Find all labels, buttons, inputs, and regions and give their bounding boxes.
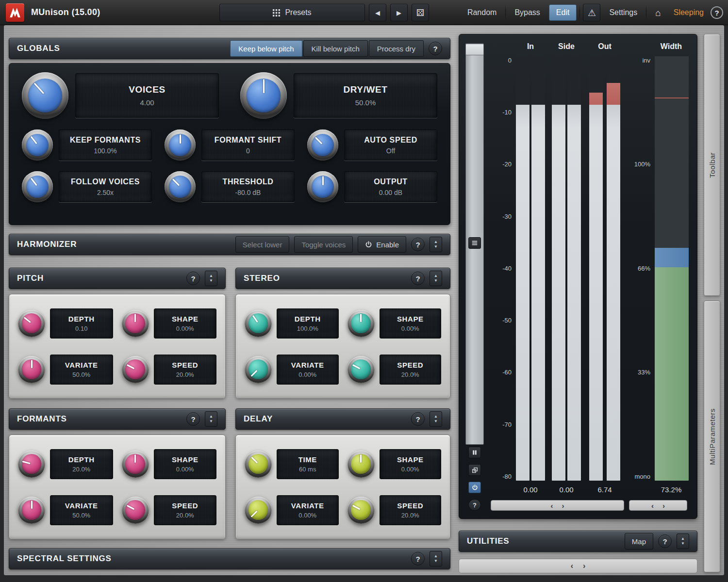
voices-display[interactable]: VOICES 4.00: [75, 73, 219, 118]
stereo-speed-param: SPEED 20.0%: [347, 350, 442, 388]
harmonizer-help-button[interactable]: ?: [411, 238, 425, 251]
kill-below-pitch-button[interactable]: Kill below pitch: [303, 40, 368, 57]
stereo-depth-knob[interactable]: [245, 310, 272, 337]
tab-toolbar[interactable]: Toolbar: [704, 34, 720, 296]
spectral-help-button[interactable]: ?: [411, 552, 425, 566]
delay-shape-display[interactable]: SHAPE 0.00%: [380, 449, 442, 479]
dry-wet-display[interactable]: DRY/WET 50.0%: [294, 73, 437, 118]
follow-voices-display[interactable]: FOLLOW VOICES 2.50x: [59, 171, 152, 202]
stereo-resize-spinner[interactable]: ▲▼: [430, 271, 442, 286]
formants-variate-display[interactable]: VARIATE 50.0%: [50, 495, 113, 525]
follow-voices-knob[interactable]: [22, 171, 53, 202]
bypass-button[interactable]: Bypass: [509, 4, 546, 21]
auto-speed-display[interactable]: AUTO SPEED Off: [344, 129, 437, 161]
pitch-shape-knob[interactable]: [122, 310, 149, 337]
home-button[interactable]: ⌂: [649, 4, 666, 21]
dry-wet-knob[interactable]: [240, 72, 287, 119]
pitch-depth-knob[interactable]: [18, 310, 45, 337]
formants-help-button[interactable]: ?: [186, 412, 200, 426]
formant-shift-display[interactable]: FORMANT SHIFT 0: [201, 129, 295, 161]
delay-header[interactable]: DELAY ? ▲▼: [235, 408, 450, 430]
settings-button[interactable]: Settings: [603, 4, 643, 21]
map-button[interactable]: Map: [625, 533, 653, 550]
width-range-scrollbar[interactable]: ‹ ›: [629, 500, 687, 511]
utilities-help-button[interactable]: ?: [658, 534, 672, 548]
pitch-variate-display[interactable]: VARIATE 50.0%: [50, 355, 113, 385]
stereo-help-button[interactable]: ?: [411, 272, 425, 285]
formants-header[interactable]: FORMANTS ? ▲▼: [9, 408, 226, 430]
pitch-speed-knob[interactable]: [122, 356, 149, 383]
follow-voices-param: FOLLOW VOICES 2.50x: [22, 171, 152, 202]
stereo-depth-display[interactable]: DEPTH 100.0%: [277, 308, 339, 339]
keep-formants-display[interactable]: KEEP FORMANTS 100.0%: [59, 129, 152, 161]
delay-variate-display[interactable]: VARIATE 0.00%: [277, 495, 339, 525]
stereo-speed-knob[interactable]: [347, 356, 375, 383]
output-display[interactable]: OUTPUT 0.00 dB: [344, 171, 437, 202]
pitch-mode-buttons: Keep below pitch Kill below pitch Proces…: [230, 40, 424, 57]
utilities-header[interactable]: UTILITIES Map ? ▲▼: [459, 531, 697, 552]
delay-shape-knob[interactable]: [347, 451, 375, 478]
formants-variate-knob[interactable]: [18, 497, 45, 524]
previous-preset-button[interactable]: ◀: [369, 4, 386, 21]
formant-shift-knob[interactable]: [165, 129, 196, 161]
formants-speed-knob[interactable]: [122, 497, 149, 524]
delay-variate-knob[interactable]: [245, 497, 272, 524]
threshold-display[interactable]: THRESHOLD -80.0 dB: [201, 171, 295, 202]
stereo-shape-display[interactable]: SHAPE 0.00%: [380, 308, 442, 339]
utilities-scrollbar[interactable]: ‹ ›: [459, 559, 697, 573]
pitch-variate-knob[interactable]: [18, 356, 45, 383]
pitch-depth-display[interactable]: DEPTH 0.10: [50, 308, 113, 339]
select-lower-button[interactable]: Select lower: [235, 236, 290, 253]
delay-time-display[interactable]: TIME 60 ms: [277, 449, 339, 479]
delay-speed-display[interactable]: SPEED 20.0%: [380, 495, 442, 525]
pitch-help-button[interactable]: ?: [186, 272, 200, 285]
delay-resize-spinner[interactable]: ▲▼: [430, 411, 442, 427]
stereo-variate-knob[interactable]: [245, 356, 272, 383]
pitch-header[interactable]: PITCH ? ▲▼: [9, 268, 226, 289]
stereo-shape-knob[interactable]: [347, 310, 375, 337]
harmonizer-resize-spinner[interactable]: ▲ ▼: [430, 237, 442, 252]
auto-speed-knob[interactable]: [307, 129, 338, 161]
help-button[interactable]: ?: [711, 6, 723, 19]
delay-speed-knob[interactable]: [347, 497, 375, 524]
keep-formants-knob[interactable]: [22, 129, 53, 161]
pitch-speed-display[interactable]: SPEED 20.0%: [154, 355, 217, 385]
formants-depth-display[interactable]: DEPTH 20.0%: [50, 449, 113, 479]
process-dry-button[interactable]: Process dry: [369, 40, 424, 57]
formants-shape-display[interactable]: SHAPE 0.00%: [154, 449, 217, 479]
stereo-speed-display[interactable]: SPEED 20.0%: [380, 355, 442, 385]
pitch-resize-spinner[interactable]: ▲▼: [205, 271, 217, 286]
output-knob[interactable]: [307, 171, 338, 202]
globals-title: GLOBALS: [17, 44, 60, 53]
threshold-knob[interactable]: [165, 171, 196, 202]
stereo-variate-display[interactable]: VARIATE 0.00%: [277, 355, 339, 385]
presets-button[interactable]: Presets: [219, 4, 365, 21]
random-preset-dice-button[interactable]: ⚄: [412, 4, 429, 21]
harmonizer-enable-button[interactable]: Enable: [358, 236, 406, 253]
random-button[interactable]: Random: [462, 4, 502, 21]
voices-label: VOICES: [129, 84, 165, 95]
voices-knob[interactable]: [22, 72, 68, 119]
globals-help-button[interactable]: ?: [429, 42, 442, 55]
meter-range-scrollbar[interactable]: ‹ ›: [491, 500, 624, 511]
formant-shift-param: FORMANT SHIFT 0: [165, 129, 295, 161]
panic-button[interactable]: ⚠: [583, 4, 600, 21]
tab-multiparameters[interactable]: MultiParameters: [704, 301, 720, 572]
delay-help-button[interactable]: ?: [411, 412, 425, 426]
delay-time-knob[interactable]: [245, 451, 272, 478]
stereo-header[interactable]: STEREO ? ▲▼: [235, 268, 450, 289]
pitch-shape-display[interactable]: SHAPE 0.00%: [154, 308, 217, 339]
utilities-resize-spinner[interactable]: ▲▼: [677, 534, 689, 549]
formants-resize-spinner[interactable]: ▲▼: [205, 411, 217, 427]
next-preset-button[interactable]: ▶: [390, 4, 408, 21]
toggle-voices-button[interactable]: Toggle voices: [294, 236, 353, 253]
spectral-settings-header[interactable]: SPECTRAL SETTINGS ? ▲▼: [9, 548, 450, 569]
formants-depth-knob[interactable]: [18, 451, 45, 478]
sleeping-status[interactable]: Sleeping: [670, 8, 708, 17]
melda-logo[interactable]: [6, 3, 24, 22]
formants-speed-display[interactable]: SPEED 20.0%: [154, 495, 217, 525]
formants-shape-knob[interactable]: [122, 451, 149, 478]
edit-button[interactable]: Edit: [549, 4, 577, 21]
keep-below-pitch-button[interactable]: Keep below pitch: [230, 40, 302, 57]
spectral-resize-spinner[interactable]: ▲▼: [430, 551, 442, 566]
